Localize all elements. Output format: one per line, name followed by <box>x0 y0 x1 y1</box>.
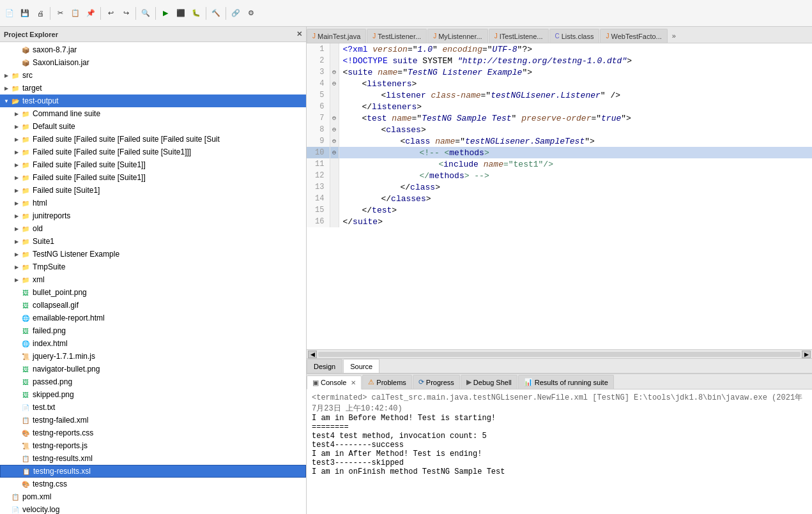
fold-marker[interactable]: ⊖ <box>330 124 339 135</box>
tree-item-failedsuite5[interactable]: ▶ 📁 Failed suite [Suite1] <box>0 184 306 197</box>
tree-item-skippedpng[interactable]: 🖼 skipped.png <box>0 388 306 401</box>
tree-item-navigatorbullet[interactable]: 🖼 navigator-bullet.png <box>0 363 306 375</box>
tree-item-target[interactable]: ▶ 📁 target <box>0 82 306 94</box>
tab-mylistenner[interactable]: J MyListenner... <box>427 29 487 43</box>
toolbar-btn-save[interactable]: 💾 <box>18 6 32 20</box>
tree-item-collapseall[interactable]: 🖼 collapseall.gif <box>0 299 306 312</box>
tab-webtestfacto[interactable]: J WebTestFacto... <box>600 29 667 43</box>
scroll-track[interactable] <box>318 352 801 357</box>
fold-marker[interactable] <box>330 89 339 101</box>
code-line-14: 14 </classes> <box>307 193 812 204</box>
tree-item-test-output[interactable]: ▼ 📂 test-output <box>0 94 306 107</box>
tree-item-testngresultsxml[interactable]: 📋 testng-results.xml <box>0 452 306 465</box>
code-table: 1 <?xml version="1.0" encoding="UTF-8"?>… <box>307 43 812 227</box>
toolbar-btn-stop[interactable]: ⬛ <box>174 6 188 20</box>
tree-item-failedpng[interactable]: 🖼 failed.png <box>0 324 306 337</box>
console-tab-progress[interactable]: ⟳ Progress <box>413 375 460 389</box>
tree-item-saxonliaison[interactable]: 📦 SaxonLiaison.jar <box>0 56 306 69</box>
toolbar-btn-undo[interactable]: ↩ <box>103 6 118 20</box>
line-content: <listeners> <box>339 78 812 89</box>
tree-item-emailreport[interactable]: 🌐 emailable-report.html <box>0 312 306 324</box>
fold-marker[interactable] <box>330 55 339 66</box>
console-tab-debug[interactable]: ▶ Debug Shell <box>461 375 517 389</box>
tree-item-testngreportscss[interactable]: 🎨 testng-reports.css <box>0 427 306 439</box>
tree-item-indexhtml[interactable]: 🌐 index.html <box>0 337 306 350</box>
toolbar-btn-cut[interactable]: ✂ <box>53 6 67 20</box>
tree-item-bulletpng[interactable]: 🖼 bullet_point.png <box>0 286 306 299</box>
design-tab[interactable]: Design <box>307 359 342 373</box>
tree-item-src[interactable]: ▶ 📁 src <box>0 69 306 82</box>
toolbar-btn-new[interactable]: 📄 <box>3 6 17 20</box>
tab-more[interactable]: » <box>668 29 680 43</box>
code-line-8: 8 ⊖ <classes> <box>307 124 812 135</box>
jar-icon: 📦 <box>20 45 31 55</box>
toolbar-btn-search[interactable]: 🔍 <box>139 6 153 20</box>
tree-item-failedsuite1[interactable]: ▶ 📁 Failed suite [Failed suite [Failed s… <box>0 133 306 146</box>
tree-item-velocitylog[interactable]: 📄 velocity.log <box>0 503 306 514</box>
code-editor[interactable]: 1 <?xml version="1.0" encoding="UTF-8"?>… <box>307 43 812 349</box>
tree-item-jquery[interactable]: 📜 jquery-1.7.1.min.js <box>0 350 306 363</box>
console-tab-console[interactable]: ▣ Console ✕ <box>307 375 362 389</box>
fold-marker[interactable] <box>330 193 339 204</box>
code-line-7: 7 ⊖ <test name="TestNG Sample Test" pres… <box>307 112 812 124</box>
fold-marker[interactable] <box>330 216 339 227</box>
tab-maintest[interactable]: J MainTest.java <box>307 29 366 43</box>
toolbar-btn-paste[interactable]: 📌 <box>84 6 98 20</box>
tree-item-junitreports[interactable]: ▶ 📁 junitreports <box>0 209 306 222</box>
fold-marker[interactable]: ⊖ <box>330 135 339 147</box>
tree-item-testngresultsxsl[interactable]: 📋 testng-results.xsl <box>0 465 306 478</box>
toolbar-btn-copy[interactable]: 📋 <box>68 6 82 20</box>
tree-item-testngfailed[interactable]: 📋 testng-failed.xml <box>0 414 306 427</box>
explorer-close-btn[interactable]: ✕ <box>296 30 302 38</box>
fold-marker[interactable]: ⊖ <box>330 66 339 78</box>
tree-item-failedsuite4[interactable]: ▶ 📁 Failed suite [Failed suite [Suite1]] <box>0 171 306 184</box>
fold-marker[interactable]: ⊖ <box>330 78 339 89</box>
main-layout: Project Explorer ✕ 📦 saxon-8.7.jar 📦 Sax… <box>0 27 812 514</box>
toolbar-btn-misc1[interactable]: 🔗 <box>229 6 243 20</box>
fold-marker[interactable] <box>330 181 339 193</box>
fold-marker[interactable] <box>330 158 339 170</box>
tree-item-html[interactable]: ▶ 📁 html <box>0 197 306 209</box>
tree-item-testngcss[interactable]: 🎨 testng.css <box>0 478 306 490</box>
console-tab-results[interactable]: 📊 Results of running suite <box>518 375 614 389</box>
explorer-tree[interactable]: 📦 saxon-8.7.jar 📦 SaxonLiaison.jar ▶ 📁 s… <box>0 42 306 514</box>
fold-marker[interactable] <box>330 43 339 55</box>
scroll-left-arrow[interactable]: ◀ <box>308 351 317 358</box>
line-number: 14 <box>307 193 330 204</box>
tree-item-cmdline[interactable]: ▶ 📁 Command line suite <box>0 107 306 120</box>
toolbar-btn-misc2[interactable]: ⚙ <box>244 6 258 20</box>
tree-item-testtxt[interactable]: 📄 test.txt <box>0 401 306 414</box>
tab-testlistener[interactable]: J TestListener... <box>367 29 427 43</box>
tree-item-pomxml[interactable]: 📋 pom.xml <box>0 490 306 503</box>
folder-icon: 📁 <box>20 262 31 272</box>
tree-item-default[interactable]: ▶ 📁 Default suite <box>0 120 306 133</box>
source-tab[interactable]: Source <box>343 359 379 373</box>
fold-marker[interactable] <box>330 170 339 181</box>
fold-marker[interactable]: ⊖ <box>330 112 339 124</box>
tree-item-tmpsuite[interactable]: ▶ 📁 TmpSuite <box>0 261 306 273</box>
tree-item-failedsuite3[interactable]: ▶ 📁 Failed suite [Failed suite [Suite1]] <box>0 158 306 171</box>
tree-item-suite1[interactable]: ▶ 📁 Suite1 <box>0 235 306 248</box>
toolbar-btn-print[interactable]: 🖨 <box>33 6 47 20</box>
tree-item-testng-listener[interactable]: ▶ 📁 TestNG Listener Example <box>0 248 306 261</box>
toolbar-btn-debug[interactable]: 🐛 <box>189 6 203 20</box>
console-tab-close[interactable]: ✕ <box>351 379 356 386</box>
fold-marker[interactable] <box>330 204 339 216</box>
scroll-right-arrow[interactable]: ▶ <box>802 351 811 358</box>
tree-item-old[interactable]: ▶ 📁 old <box>0 222 306 235</box>
console-line-onfinish: I am in onFinish method TestNG Sample Te… <box>312 467 807 476</box>
tree-item-failedsuite2[interactable]: ▶ 📁 Failed suite [Failed suite [Failed s… <box>0 146 306 158</box>
tree-item-passedpng[interactable]: 🖼 passed.png <box>0 375 306 388</box>
toolbar-btn-build[interactable]: 🔨 <box>209 6 223 20</box>
tree-item-saxon[interactable]: 📦 saxon-8.7.jar <box>0 43 306 56</box>
tab-itestlistener[interactable]: J ITestListene... <box>489 29 549 43</box>
fold-marker[interactable] <box>330 101 339 112</box>
editor-hscrollbar[interactable]: ◀ ▶ <box>307 349 812 358</box>
toolbar-btn-redo[interactable]: ↪ <box>119 6 133 20</box>
tab-lists[interactable]: C Lists.class <box>549 29 600 43</box>
fold-marker[interactable]: ⊖ <box>330 147 339 158</box>
console-tab-problems[interactable]: ⚠ Problems <box>362 375 411 389</box>
toolbar-btn-run[interactable]: ▶ <box>158 6 172 20</box>
tree-item-xml[interactable]: ▶ 📁 xml <box>0 273 306 286</box>
tree-item-testngreportsjs[interactable]: 📜 testng-reports.js <box>0 439 306 452</box>
